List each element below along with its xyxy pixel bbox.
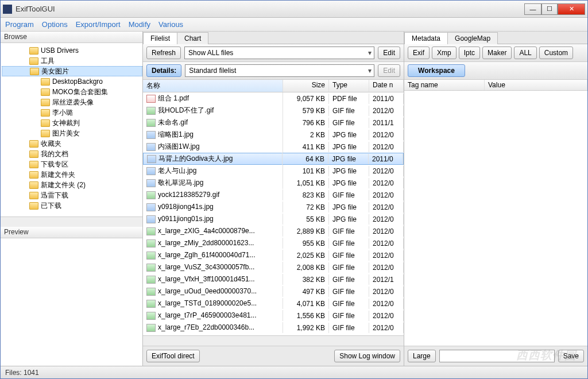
- menu-various[interactable]: Various: [158, 20, 183, 29]
- minimize-button[interactable]: —: [524, 3, 541, 15]
- file-row[interactable]: 缩略图1.jpg2 KBJPG file2012/0: [143, 129, 404, 141]
- edit-filter-button[interactable]: Edit: [378, 47, 400, 59]
- tree-item[interactable]: USB Drivers: [2, 45, 142, 56]
- file-date: 2012/0: [369, 311, 404, 321]
- file-row[interactable]: 马背上的Godiva夫人.jpg64 KBJPG file2011/0: [143, 153, 404, 165]
- file-type: GIF file: [329, 287, 369, 297]
- tree-item-label: 屌丝逆袭头像: [52, 98, 94, 107]
- col-type-header[interactable]: Type: [329, 80, 369, 92]
- file-row[interactable]: x_large_Zglh_61f4000040d71...2,025 KBGIF…: [143, 249, 404, 261]
- show-log-button[interactable]: Show Log window: [334, 350, 400, 362]
- menu-options[interactable]: Options: [42, 20, 68, 29]
- file-size: 9,057 KB: [283, 94, 329, 104]
- tree-item-label: 下载专区: [41, 160, 68, 169]
- file-type: GIF file: [329, 226, 369, 237]
- tree-item[interactable]: 美女图片: [2, 66, 142, 76]
- meta-xmp-button[interactable]: Xmp: [432, 47, 457, 59]
- folder-icon: [29, 192, 38, 199]
- tree-item[interactable]: 已下载: [2, 200, 142, 211]
- tree-item[interactable]: 屌丝逆袭头像: [2, 97, 142, 107]
- file-type: JPG file: [329, 142, 369, 152]
- meta-all-button[interactable]: ALL: [514, 47, 536, 59]
- meta-iptc-button[interactable]: Iptc: [459, 47, 480, 59]
- file-row[interactable]: x_large_zXIG_4a4c0000879e...2,889 KBGIF …: [143, 225, 404, 237]
- tab-metadata[interactable]: Metadata: [404, 32, 448, 44]
- close-button[interactable]: ✕: [558, 3, 585, 15]
- file-list[interactable]: 名称 Size Type Date n 组合 1.pdf9,057 KBPDF …: [143, 80, 404, 335]
- tree-item[interactable]: 迅雷下载: [2, 190, 142, 200]
- file-row[interactable]: 老人与山.jpg101 KBJPG file2012/0: [143, 165, 404, 177]
- menu-exportimport[interactable]: Export/Import: [76, 20, 121, 29]
- tree-item[interactable]: DesktopBackgro: [2, 76, 142, 87]
- file-type: JPG file: [328, 154, 369, 164]
- file-row[interactable]: x_large_VuSZ_3c43000057fb...2,008 KBGIF …: [143, 261, 404, 273]
- menu-modify[interactable]: Modify: [129, 20, 150, 29]
- refresh-button[interactable]: Refresh: [146, 47, 181, 59]
- file-row[interactable]: yock1218385279.gif823 KBGIF file2012/0: [143, 189, 404, 201]
- tree-item[interactable]: 新建文件夹 (2): [2, 180, 142, 190]
- file-row[interactable]: 未命名.gif796 KBGIF file2011/1: [143, 117, 404, 129]
- tab-googlemap[interactable]: GoogleMap: [447, 32, 498, 44]
- file-row[interactable]: x_large_TSTd_0189000020e5...4,071 KBGIF …: [143, 297, 404, 310]
- col-date-header[interactable]: Date n: [369, 80, 404, 92]
- folder-icon: [29, 57, 38, 65]
- file-list-header[interactable]: 名称 Size Type Date n: [143, 80, 404, 92]
- file-name: 敬礼草泥马.jpg: [158, 179, 203, 187]
- tree-item[interactable]: 收藏夹: [2, 138, 142, 149]
- folder-tree[interactable]: USB Drivers工具美女图片DesktopBackgroMOKO集合套图集…: [1, 43, 142, 216]
- titlebar: ExifToolGUI — ☐ ✕: [1, 1, 587, 18]
- meta-col-tag[interactable]: Tag name: [404, 80, 485, 90]
- file-row[interactable]: 我HOLD不住了.gif579 KBGIF file2012/0: [143, 105, 404, 117]
- large-button[interactable]: Large: [408, 350, 436, 362]
- tree-item[interactable]: 图片美女: [2, 128, 142, 138]
- workspace-button[interactable]: Workspace: [408, 64, 465, 77]
- preview-panel-header: Preview: [1, 227, 142, 238]
- tree-item[interactable]: 女神裁判: [2, 118, 142, 128]
- file-row[interactable]: x_large_r7Eb_22db0000346b...1,992 KBGIF …: [143, 322, 404, 334]
- gif-icon: [146, 276, 156, 284]
- col-name-header[interactable]: 名称: [143, 80, 283, 92]
- file-row[interactable]: y0918jiong41s.jpg72 KBJPG file2012/0: [143, 201, 404, 213]
- tree-item[interactable]: 工具: [2, 56, 142, 66]
- file-row[interactable]: 组合 1.pdf9,057 KBPDF file2011/0: [143, 92, 404, 105]
- file-row[interactable]: x_large_uOud_0eed00000370...497 KBGIF fi…: [143, 285, 404, 297]
- preview-pane: [1, 238, 142, 366]
- file-row[interactable]: x_large_zMiy_2dd800001623...955 KBGIF fi…: [143, 237, 404, 249]
- file-name: x_large_TSTd_0189000020e5...: [158, 299, 257, 307]
- file-row[interactable]: x_large_VfxH_3ff100001d451...382 KBGIF f…: [143, 273, 404, 285]
- meta-maker-button[interactable]: Maker: [482, 47, 512, 59]
- file-row[interactable]: 敬礼草泥马.jpg1,051 KBJPG file2012/0: [143, 177, 404, 189]
- menu-program[interactable]: Program: [5, 20, 34, 29]
- col-size-header[interactable]: Size: [283, 80, 329, 92]
- gif-icon: [146, 300, 156, 308]
- tree-item[interactable]: 下载专区: [2, 159, 142, 169]
- file-row[interactable]: y0911jiong01s.jpg55 KBJPG file2012/0: [143, 213, 404, 225]
- tree-item-label: 工具: [41, 56, 55, 66]
- folder-icon: [41, 99, 50, 106]
- gif-icon: [146, 264, 156, 272]
- filelist-scrollbar[interactable]: [143, 335, 404, 346]
- details-button[interactable]: Details:: [146, 64, 181, 77]
- meta-custom-button[interactable]: Custom: [539, 47, 573, 59]
- jpg-icon: [146, 215, 156, 223]
- gif-icon: [146, 324, 156, 332]
- file-type: JPG file: [329, 202, 369, 212]
- file-row[interactable]: x_large_t7rP_465900003e481...1,556 KBGIF…: [143, 310, 404, 322]
- filter-combo[interactable]: Show ALL files: [184, 47, 374, 59]
- file-size: 2,889 KB: [283, 226, 329, 237]
- meta-exif-button[interactable]: Exif: [408, 47, 430, 59]
- tree-scrollbar[interactable]: [1, 216, 142, 227]
- tree-item[interactable]: 李小璐: [2, 107, 142, 118]
- maximize-button[interactable]: ☐: [541, 3, 558, 15]
- tree-item-label: 李小璐: [52, 108, 73, 118]
- tree-item[interactable]: MOKO集合套图集: [2, 87, 142, 97]
- pdf-icon: [146, 95, 156, 103]
- tab-filelist[interactable]: Filelist: [143, 32, 177, 44]
- tree-item[interactable]: 新建文件夹: [2, 169, 142, 180]
- file-row[interactable]: 内涵图1W.jpg411 KBJPG file2012/0: [143, 141, 404, 153]
- exiftool-direct-button[interactable]: ExifTool direct: [146, 350, 200, 362]
- tree-item[interactable]: 我的文档: [2, 149, 142, 159]
- meta-col-value[interactable]: Value: [485, 80, 587, 90]
- tab-chart[interactable]: Chart: [177, 32, 208, 44]
- details-combo[interactable]: Standard filelist: [185, 64, 374, 77]
